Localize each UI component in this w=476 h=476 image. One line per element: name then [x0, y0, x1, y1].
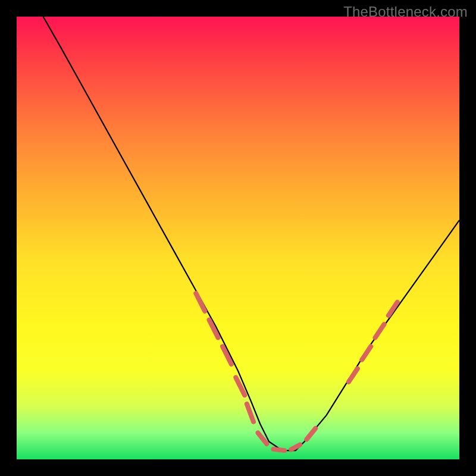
highlight-dash	[349, 369, 358, 382]
highlight-dash	[274, 449, 285, 450]
highlight-dashes	[196, 293, 397, 450]
highlight-dash	[247, 404, 253, 422]
highlight-dash	[375, 324, 384, 337]
highlight-dash	[306, 428, 315, 440]
highlight-dash	[362, 346, 371, 359]
highlight-dash	[291, 444, 300, 449]
highlight-dash	[196, 293, 205, 311]
chart-curve	[43, 17, 459, 450]
chart-svg	[17, 17, 459, 459]
highlight-dash	[236, 377, 245, 395]
